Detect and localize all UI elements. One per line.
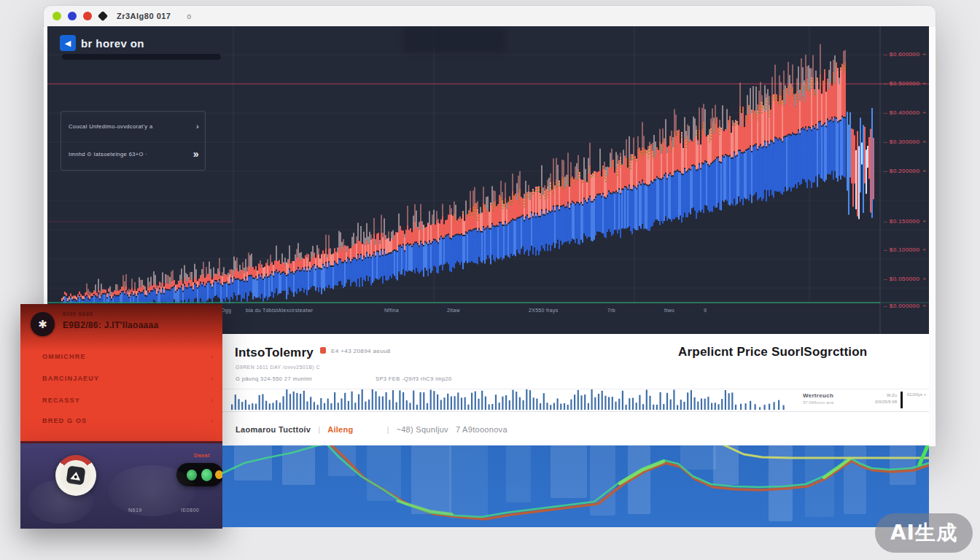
chevron-right-icon: › bbox=[211, 417, 213, 424]
strip-values: W.Zu 0/0/25/9 68 bbox=[839, 392, 897, 405]
tab-item-active[interactable]: Aileng bbox=[327, 425, 353, 434]
y-axis-label: ‒$0.100000+ bbox=[884, 246, 929, 253]
sidebar-item-1[interactable]: BARCINJAEUY › bbox=[20, 370, 222, 387]
strip-cursor-marker[interactable] bbox=[901, 392, 903, 408]
asset-subtitle: G9REN 1611 DAY /ovvv2501B) C bbox=[236, 365, 320, 370]
y-axis-label: ‒$0.150000+ bbox=[884, 218, 929, 225]
x-axis-label: 2itaw bbox=[447, 308, 460, 313]
strip-tooltip-label: Wertreuch bbox=[803, 392, 833, 399]
y-axis-label: ‒$0.400000+ bbox=[884, 109, 929, 116]
traffic-light-red[interactable] bbox=[83, 12, 92, 20]
sketch-label: IE0800 bbox=[181, 508, 199, 513]
legend-row[interactable]: Imnhd ⊙ Iatsoetelnge 63+O · » bbox=[69, 148, 199, 160]
window-title: Zr3Alg80 017 bbox=[117, 12, 171, 20]
insight-tabs: Laomarou Tucttoiv | Aileng | ~48) Squnlj… bbox=[236, 421, 515, 438]
tab-item[interactable]: 7 A9tooonova bbox=[456, 425, 508, 434]
strip-marker-side-label: 01/20ys + bbox=[907, 392, 926, 397]
status-panel: Dweat N619 IE0800 bbox=[20, 441, 222, 529]
sidebar-item-label: RECASSY bbox=[42, 397, 80, 404]
x-axis-label: 2X550 frays bbox=[529, 308, 559, 313]
sidebar-item-0[interactable]: OMMICHRE › bbox=[20, 348, 222, 365]
green-end-tick bbox=[919, 446, 929, 464]
header-smudge bbox=[403, 28, 505, 52]
y-axis-label: ‒$0.050000+ bbox=[884, 276, 929, 282]
y-axis-label: ‒$0.600000+ bbox=[884, 51, 929, 58]
tab-separator: | bbox=[318, 425, 320, 434]
diamond-icon bbox=[98, 11, 108, 21]
insight-panel: IntsoTolemry E4 +43 20894 aeuu8 G9REN 16… bbox=[222, 334, 929, 445]
bottom-line-chart-panel bbox=[222, 445, 929, 527]
trading-app-window: ◀ br horev on Coucal Unfedimo-ovvdcorat'… bbox=[47, 26, 929, 334]
asset-meta-left: G päunq 324-550 27 munimi bbox=[236, 376, 312, 382]
x-axis-label: 9 bbox=[704, 308, 707, 313]
sidebar-item-label: BARCINJAEUY bbox=[42, 375, 99, 382]
chart-legend-box: Coucal Unfedimo-ovvdcorat'y a › Imnhd ⊙ … bbox=[61, 111, 206, 171]
double-chevron-icon: » bbox=[193, 148, 199, 160]
panel-heading: Arpelicnt Price SuorlSogrcttion bbox=[678, 345, 867, 359]
ai-watermark: AI生成 bbox=[875, 513, 973, 553]
y-axis-label: ‒$0.000000+ bbox=[884, 303, 929, 309]
asset-title-side-value: E4 +43 20894 aeuu8 bbox=[331, 348, 391, 354]
sidebar-badge-small: 8080 8&85 bbox=[63, 311, 93, 316]
asset-title: IntsoTolemry bbox=[235, 346, 314, 360]
screenshot-stage: Zr3Alg80 017 o ◀ br horev on Coucal Unfe… bbox=[0, 0, 980, 560]
sketch-label: N619 bbox=[128, 508, 142, 513]
chevron-right-icon: › bbox=[211, 375, 213, 382]
header-inset-bar bbox=[62, 54, 221, 60]
y-axis-label: ‒$0.300000+ bbox=[884, 139, 929, 145]
green-indicator-icon bbox=[201, 469, 212, 481]
gauge-needle-icon bbox=[70, 471, 81, 481]
app-logo-icon: ◀ bbox=[60, 35, 76, 51]
tab-separator: | bbox=[387, 425, 389, 434]
window-title-hint: o bbox=[187, 12, 191, 20]
strip-value-top: W.Zu bbox=[839, 392, 897, 399]
strip-value-bottom: 0/0/25/9 68 bbox=[839, 399, 897, 405]
asset-badge-icon bbox=[320, 347, 326, 354]
app-logo-text: br horev on bbox=[81, 37, 144, 50]
legend-label: Coucal Unfedimo-ovvdcorat'y a bbox=[69, 123, 153, 130]
x-axis-label: 7rb bbox=[607, 308, 615, 313]
toggle-pill-label: Dweat bbox=[194, 453, 210, 458]
y-axis-label: ‒$0.200000+ bbox=[884, 168, 929, 174]
sidebar-item-2[interactable]: RECASSY › bbox=[20, 392, 222, 409]
asset-meta-right: SP3 FEB -Q9/f3 rhC9 imp20 bbox=[376, 376, 452, 382]
y-axis-label: ‒$0.500000+ bbox=[884, 80, 929, 87]
window-titlebar: Zr3Alg80 017 o bbox=[44, 6, 936, 26]
tab-item[interactable]: ~48) Squnljuv bbox=[396, 425, 448, 434]
legend-label: Imnhd ⊙ Iatsoetelnge 63+O · bbox=[69, 151, 147, 158]
strip-tooltip-sub: 97 094xxxx ana bbox=[803, 400, 833, 405]
tab-item[interactable]: Laomarou Tucttoiv bbox=[236, 425, 311, 434]
sidebar-badge-title: E9B2/86: J.IT'Ilaoaaaa bbox=[63, 320, 159, 330]
price-mountain-chart[interactable] bbox=[47, 26, 929, 334]
traffic-light-blue[interactable] bbox=[68, 12, 77, 20]
chevron-right-icon: › bbox=[211, 397, 213, 404]
x-axis-label: ttwo bbox=[664, 308, 674, 313]
x-axis-label: bla du TdbtstAtexcirsteatwr bbox=[246, 308, 313, 313]
x-axis-label: Nffina bbox=[384, 308, 399, 313]
sidebar-item-label: BRED G OS bbox=[42, 417, 87, 424]
yellow-indicator-icon bbox=[215, 470, 222, 479]
trend-lines-chart[interactable] bbox=[222, 446, 929, 527]
red-sidebar: ✱ 8080 8&85 E9B2/86: J.IT'Ilaoaaaa OMMIC… bbox=[20, 304, 222, 441]
chevron-right-icon: › bbox=[211, 353, 213, 360]
sidebar-item-3[interactable]: BRED G OS › bbox=[20, 412, 222, 429]
sidebar-item-label: OMMICHRE bbox=[42, 353, 86, 360]
traffic-light-green[interactable] bbox=[52, 12, 61, 20]
chevron-right-icon: › bbox=[196, 122, 199, 131]
sketch-figure bbox=[28, 480, 93, 524]
x-axis-label: Ogg bbox=[221, 308, 231, 313]
sidebar-logo-icon: ✱ bbox=[31, 312, 55, 336]
legend-row[interactable]: Coucal Unfedimo-ovvdcorat'y a › bbox=[69, 122, 199, 131]
